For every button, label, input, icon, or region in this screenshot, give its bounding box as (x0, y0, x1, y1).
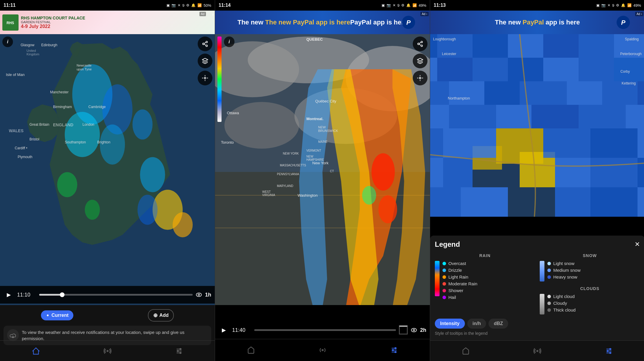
svg-marker-49 (417, 58, 423, 61)
visibility-button-2[interactable] (411, 328, 417, 332)
add-label: Add (159, 313, 169, 318)
shower-dot (442, 289, 446, 292)
nav-home-2[interactable] (247, 346, 255, 354)
play-button-2[interactable]: ▶ (219, 325, 229, 335)
intensity-button[interactable]: Intensity (435, 319, 465, 329)
svg-rect-98 (555, 158, 590, 187)
legend-item-shower: Shower (442, 288, 477, 293)
layers-button-1[interactable] (198, 54, 212, 68)
legend-snow-bar (540, 261, 544, 281)
region-nb: NEWBRUNSWICK (318, 125, 338, 133)
progress-bar-1[interactable] (39, 294, 193, 296)
svg-point-59 (395, 351, 396, 352)
city-birmingham: Birmingham (53, 105, 72, 109)
svg-rect-89 (579, 105, 626, 128)
legend-item-light-cloud: Light cloud (547, 294, 576, 299)
nav-settings-3[interactable] (605, 347, 613, 355)
share-button-2[interactable] (413, 37, 427, 51)
cloudy-dot (547, 302, 551, 305)
nav-radar-2[interactable] (319, 346, 326, 354)
status-battery-3: 49% (633, 3, 641, 8)
nav-radar-3[interactable] (534, 347, 541, 355)
svg-rect-99 (590, 158, 638, 187)
svg-rect-105 (638, 187, 644, 217)
screen-2: 11:14 ▣ 📷 ✕ 9 ⚙ 🔔 📶 49% The new The new … (215, 0, 430, 361)
svg-line-48 (419, 42, 421, 44)
svg-point-21 (196, 293, 202, 297)
svg-rect-94 (590, 128, 638, 158)
svg-point-31 (180, 352, 181, 353)
svg-rect-88 (531, 105, 579, 128)
city-toronto: Toronto (221, 140, 234, 145)
moderate-rain-text: Moderate Rain (448, 281, 477, 286)
status-battery-2: 49% (419, 3, 426, 8)
svg-rect-87 (496, 105, 531, 128)
ad-banner-1[interactable]: RHS RHS HAMPTON COURT PALACE GARDEN FEST… (0, 11, 215, 34)
legend-header: Legend ✕ (435, 240, 640, 249)
time-display-2: 11:40 (232, 327, 251, 333)
ad-badge-3: Ad › (635, 12, 643, 16)
svg-rect-86 (449, 105, 496, 128)
layers-button-2[interactable] (413, 54, 427, 68)
svg-rect-66 (579, 34, 614, 58)
region-england: ENGLAND (53, 122, 73, 127)
svg-point-42 (379, 195, 397, 223)
svg-rect-70 (473, 58, 508, 81)
info-button-1[interactable]: i (2, 37, 13, 47)
nav-home-3[interactable] (462, 347, 470, 355)
legend-clouds-bar (540, 294, 544, 314)
nav-settings-2[interactable] (390, 346, 398, 354)
add-button[interactable]: ⊕ Add (148, 309, 174, 322)
color-scale-2 (217, 37, 222, 122)
notification-text: To view the weather and receive notifica… (22, 329, 208, 342)
svg-point-23 (47, 314, 49, 316)
time-display-1: 11:10 (17, 292, 36, 298)
svg-line-17 (204, 44, 206, 45)
visibility-button-1[interactable] (196, 292, 202, 297)
clouds-section: CLOUDS Light cloud Cloudy (540, 286, 640, 314)
play-button-1[interactable]: ▶ (4, 289, 14, 300)
share-button-1[interactable] (198, 37, 212, 51)
rhs-title: RHS HAMPTON COURT PALACE (21, 16, 85, 21)
svg-point-45 (418, 43, 420, 45)
info-button-2[interactable]: i (224, 37, 235, 47)
current-button[interactable]: Current (41, 310, 73, 320)
heavy-snow-text: Heavy snow (553, 274, 577, 279)
duration-label-2: 2h (420, 327, 426, 333)
city-peterborough: Peterborough (620, 52, 642, 56)
region-ny: NEW YORK (283, 152, 299, 155)
nav-settings-1[interactable] (175, 347, 183, 355)
ad-banner-3[interactable]: The new PayPal app is here P Ad › (430, 11, 644, 34)
inh-button[interactable]: in/h (467, 319, 486, 329)
svg-rect-77 (484, 81, 520, 105)
nav-radar-1[interactable] (104, 347, 111, 355)
progress-bar-2[interactable] (254, 329, 396, 331)
region-maine: MAINE (318, 140, 328, 143)
svg-point-46 (421, 45, 423, 47)
city-kettering: Kettering (622, 81, 636, 85)
thick-cloud-text: Thick cloud (553, 307, 576, 312)
city-quebec-city: Québec City (315, 99, 336, 103)
nav-home-1[interactable] (32, 347, 40, 355)
city-great-britain: Great Britain (29, 122, 49, 127)
ad-banner-2[interactable]: The new The new PayPal app is herePayPal… (215, 11, 430, 34)
cloud-icon (7, 329, 19, 341)
svg-point-5 (65, 112, 100, 157)
location-button-2[interactable] (413, 71, 427, 85)
svg-point-13 (85, 200, 100, 220)
svg-rect-81 (638, 81, 644, 105)
svg-point-57 (395, 347, 396, 349)
dbz-button[interactable]: dBZ (488, 319, 508, 329)
svg-rect-85 (430, 105, 449, 128)
location-button-1[interactable] (198, 71, 212, 85)
light-cloud-text: Light cloud (553, 294, 575, 299)
svg-point-12 (57, 172, 77, 197)
region-ct: CT (330, 170, 334, 173)
screen-1: 11:11 ▣ 📷 ✕ 9 ⚙ 🔔 📶 50% RHS RHS HAMPTON … (0, 0, 215, 361)
moderate-rain-dot (442, 282, 446, 286)
ad-close-1[interactable]: › (212, 12, 214, 17)
light-snow-text: Light snow (553, 261, 574, 266)
legend-close-button[interactable]: ✕ (635, 241, 640, 248)
svg-rect-96 (430, 158, 443, 187)
region-nh: NEWHAMPSHIRE (306, 155, 324, 161)
